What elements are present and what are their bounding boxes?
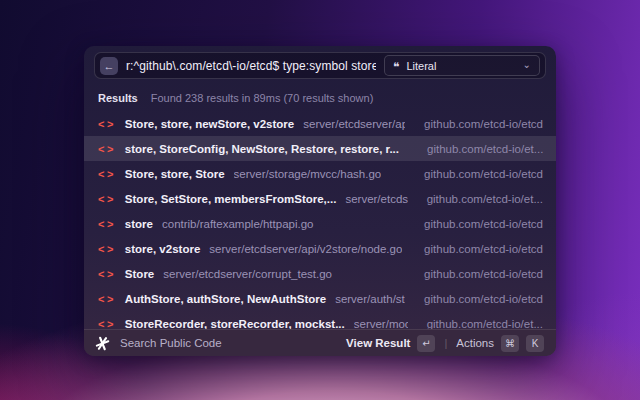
results-title: Results [98, 92, 138, 104]
result-repo: github.com/etcd-io/etcd [414, 243, 543, 255]
result-repo: github.com/etcd-io/etcd [414, 268, 543, 280]
result-file-path: server/etcdserver/api/v2store/store.go [303, 118, 405, 130]
footer-actions: View Result ↵ | Actions ⌘ K [346, 335, 544, 352]
result-row[interactable]: <> Store, store, Store server/storage/mv… [84, 161, 556, 186]
result-row[interactable]: <> store, StoreConfig, NewStore, Restore… [84, 136, 556, 161]
search-mode-label: Literal [406, 60, 515, 72]
result-row[interactable]: <> AuthStore, authStore, NewAuthStore se… [84, 286, 556, 311]
result-row[interactable]: <> store contrib/raftexample/httpapi.go … [84, 211, 556, 236]
symbol-icon: <> [98, 292, 116, 304]
result-repo: github.com/etcd-io/etcd [414, 118, 543, 130]
results-header: Results Found 238 results in 89ms (70 re… [84, 79, 556, 111]
enter-key-icon: ↵ [417, 335, 435, 352]
result-symbols: store [125, 218, 153, 230]
result-file-path: contrib/raftexample/httpapi.go [162, 218, 314, 230]
result-symbols: AuthStore, authStore, NewAuthStore [125, 293, 326, 305]
search-bar: ← r:^github\.com/etcd\-io/etcd$ type:sym… [94, 52, 546, 79]
result-symbols: StoreRecorder, storeRecorder, mockst... [125, 318, 345, 330]
search-modal: ← r:^github\.com/etcd\-io/etcd$ type:sym… [84, 46, 556, 356]
result-repo: github.com/etcd-io/et... [417, 193, 543, 205]
view-result-label: View Result [346, 337, 410, 349]
actions-label: Actions [456, 337, 494, 349]
result-repo: github.com/etcd-io/et... [417, 143, 543, 155]
result-symbols: Store, store, newStore, v2store [125, 118, 294, 130]
brand-label: Search Public Code [120, 337, 222, 349]
chevron-down-icon: ⌄ [523, 59, 531, 70]
result-file-path: server/etcdserver/api/v2store/node.go [209, 243, 402, 255]
search-query-text: r:^github\.com/etcd\-io/etcd$ type:symbo… [126, 59, 376, 73]
result-file-path: server/etcdserver/corrupt_test.go [163, 268, 332, 280]
search-input[interactable]: r:^github\.com/etcd\-io/etcd$ type:symbo… [126, 59, 376, 73]
symbol-icon: <> [98, 192, 116, 204]
back-icon: ← [104, 60, 115, 72]
footer-bar: Search Public Code View Result ↵ | Actio… [84, 329, 556, 356]
symbol-icon: <> [98, 267, 116, 279]
result-symbols: Store, SetStore, membersFromStore,... [125, 193, 337, 205]
result-file-path: server/storage/mvcc/hash.go [234, 168, 382, 180]
result-row[interactable]: <> Store, SetStore, membersFromStore,...… [84, 186, 556, 211]
symbol-icon: <> [98, 217, 116, 229]
result-file-path: server/etcdserver/api/membership/cluste.… [345, 193, 407, 205]
cmd-key-icon: ⌘ [501, 335, 519, 352]
k-key-label: K [526, 335, 544, 352]
symbol-icon: <> [98, 167, 116, 179]
symbol-icon: <> [98, 142, 116, 154]
result-row[interactable]: <> Store server/etcdserver/corrupt_test.… [84, 261, 556, 286]
search-mode-dropdown[interactable]: ❝ Literal ⌄ [384, 55, 540, 76]
result-symbols: Store, store, Store [125, 168, 225, 180]
result-row[interactable]: <> Store, store, newStore, v2store serve… [84, 111, 556, 136]
symbol-icon: <> [98, 317, 116, 329]
symbol-icon: <> [98, 117, 116, 129]
literal-quote-icon: ❝ [393, 61, 399, 73]
result-symbols: store, v2store [125, 243, 200, 255]
result-repo: github.com/etcd-io/etcd [414, 218, 543, 230]
result-symbols: store, StoreConfig, NewStore, Restore, r… [125, 143, 399, 155]
results-summary: Found 238 results in 89ms (70 results sh… [151, 92, 374, 104]
result-repo: github.com/etcd-io/et... [417, 318, 543, 330]
result-repo: github.com/etcd-io/etcd [414, 168, 543, 180]
result-file-path: server/mock/mockstore/store_recorder.go [354, 318, 408, 330]
result-row[interactable]: <> store, v2store server/etcdserver/api/… [84, 236, 556, 261]
result-symbols: Store [125, 268, 154, 280]
back-button[interactable]: ← [100, 57, 118, 75]
result-file-path: server/auth/store.go [335, 293, 405, 305]
footer-divider: | [443, 337, 448, 349]
desktop-background: ← r:^github\.com/etcd\-io/etcd$ type:sym… [0, 0, 640, 400]
sourcegraph-logo-icon [95, 336, 110, 351]
result-repo: github.com/etcd-io/etcd [414, 293, 543, 305]
view-result-button[interactable]: View Result ↵ [346, 335, 435, 352]
actions-button[interactable]: Actions ⌘ K [456, 335, 544, 352]
symbol-icon: <> [98, 242, 116, 254]
results-list: <> Store, store, newStore, v2store serve… [84, 111, 556, 336]
